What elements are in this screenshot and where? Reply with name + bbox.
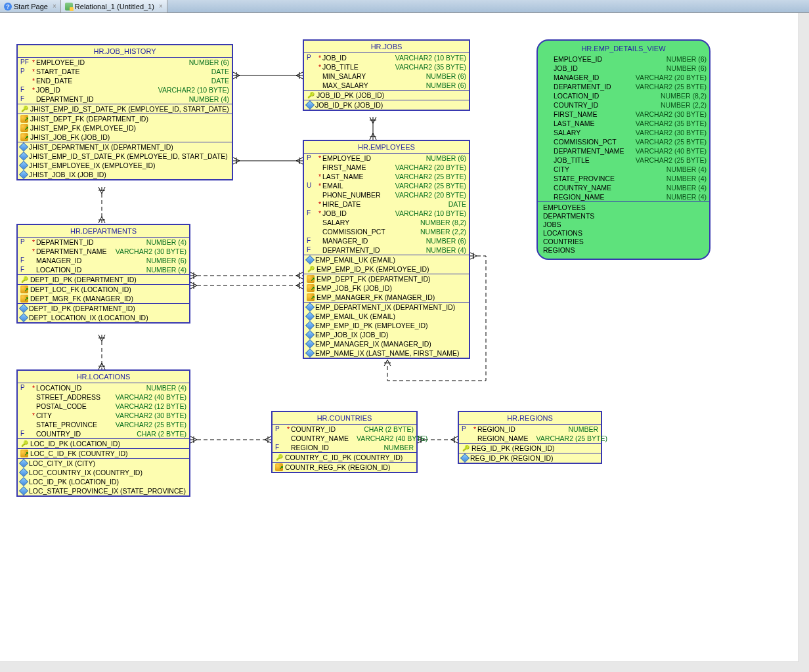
constraint-row[interactable]: JHIST_EMP_ID_ST_DATE_PK (EMPLOYEE_ID, ST… [18,152,232,161]
column-row[interactable]: FREGION_IDNUMBER [273,443,416,452]
constraint-row[interactable]: JHIST_DEPT_FK (DEPARTMENT_ID) [18,114,232,123]
column-row[interactable]: COUNTRY_NAMENUMBER (4) [538,183,709,192]
constraint-row[interactable]: LOC_C_ID_FK (COUNTRY_ID) [18,449,189,458]
column-row[interactable]: P*REGION_IDNUMBER [459,425,601,434]
constraint-row[interactable]: EMP_NAME_IX (LAST_NAME, FIRST_NAME) [304,348,469,358]
tab-relational[interactable]: Relational_1 (Untitled_1) × [61,0,167,12]
column-row[interactable]: *END_DATEDATE [18,76,232,85]
column-row[interactable]: P*DEPARTMENT_IDNUMBER (4) [18,238,189,247]
constraint-row[interactable]: LOC_STATE_PROVINCE_IX (STATE_PROVINCE) [18,486,189,495]
constraint-row[interactable]: DEPT_LOC_FK (LOCATION_ID) [18,285,189,294]
constraint-row[interactable]: LOC_ID_PK (LOCATION_ID) [18,439,189,448]
constraint-row[interactable]: DEPT_ID_PK (DEPARTMENT_ID) [18,304,189,313]
column-row[interactable]: F*JOB_IDVARCHAR2 (10 BYTE) [304,209,469,218]
column-row[interactable]: P*COUNTRY_IDCHAR (2 BYTE) [273,425,416,434]
diagram-canvas[interactable]: HR.JOB_HISTORYPF*EMPLOYEE_IDNUMBER (6)P*… [0,13,798,662]
constraint-row[interactable]: EMP_DEPT_FK (DEPARTMENT_ID) [304,274,469,284]
column-row[interactable]: P*START_DATEDATE [18,67,232,76]
column-row[interactable]: *DEPARTMENT_NAMEVARCHAR2 (30 BYTE) [18,247,189,256]
constraint-row[interactable]: EMP_JOB_FK (JOB_ID) [304,284,469,293]
column-row[interactable]: P*EMPLOYEE_IDNUMBER (6) [304,154,469,163]
constraint-row[interactable]: REG_ID_PK (REGION_ID) [459,453,601,463]
column-row[interactable]: STATE_PROVINCEVARCHAR2 (25 BYTE) [18,420,189,429]
entity-jobs[interactable]: HR.JOBSP*JOB_IDVARCHAR2 (10 BYTE)*JOB_TI… [303,39,470,111]
horizontal-scrollbar[interactable] [0,662,798,672]
column-row[interactable]: COUNTRY_NAMEVARCHAR2 (40 BYTE) [273,434,416,443]
column-row[interactable]: F*JOB_IDVARCHAR2 (10 BYTE) [18,85,232,94]
close-icon[interactable]: × [159,3,163,10]
column-row[interactable]: REGION_NAMENUMBER (4) [538,192,709,201]
column-row[interactable]: PF*EMPLOYEE_IDNUMBER (6) [18,58,232,67]
column-row[interactable]: REGION_NAMEVARCHAR2 (25 BYTE) [459,434,601,443]
tab-start-page[interactable]: ? Start Page × [0,0,61,12]
column-row[interactable]: FLOCATION_IDNUMBER (4) [18,265,189,274]
column-row[interactable]: COUNTRY_IDNUMBER (2,2) [538,100,709,110]
constraint-row[interactable]: DEPT_ID_PK (DEPARTMENT_ID) [18,275,189,284]
column-row[interactable]: LOCATION_IDNUMBER (8,2) [538,91,709,100]
column-row[interactable]: EMPLOYEE_IDNUMBER (6) [538,54,709,64]
column-row[interactable]: P*JOB_IDVARCHAR2 (10 BYTE) [304,53,469,62]
entity-job-history[interactable]: HR.JOB_HISTORYPF*EMPLOYEE_IDNUMBER (6)P*… [16,44,233,180]
constraint-row[interactable]: REG_ID_PK (REGION_ID) [459,444,601,453]
column-row[interactable]: SALARYVARCHAR2 (30 BYTE) [538,128,709,137]
column-row[interactable]: POSTAL_CODEVARCHAR2 (12 BYTE) [18,402,189,411]
entity-emp-details-view[interactable]: HR.EMP_DETAILS_VIEWEMPLOYEE_IDNUMBER (6)… [536,39,711,260]
column-row[interactable]: FDEPARTMENT_IDNUMBER (4) [18,94,232,104]
constraint-row[interactable]: JOB_ID_PK (JOB_ID) [304,91,469,100]
constraint-row[interactable]: JHIST_EMPLOYEE_IX (EMPLOYEE_ID) [18,161,232,170]
column-row[interactable]: DEPARTMENT_NAMEVARCHAR2 (40 BYTE) [538,146,709,156]
constraint-row[interactable]: EMP_EMP_ID_PK (EMPLOYEE_ID) [304,264,469,274]
constraint-row[interactable]: EMP_MANAGER_FK (MANAGER_ID) [304,293,469,302]
column-row[interactable]: *CITYVARCHAR2 (30 BYTE) [18,411,189,420]
constraint-row[interactable]: EMP_EMP_ID_PK (EMPLOYEE_ID) [304,321,469,330]
constraint-row[interactable]: DEPT_MGR_FK (MANAGER_ID) [18,294,189,303]
constraint-row[interactable]: EMP_DEPARTMENT_IX (DEPARTMENT_ID) [304,303,469,312]
constraint-row[interactable]: EMP_EMAIL_UK (EMAIL) [304,255,469,264]
column-row[interactable]: JOB_TITLEVARCHAR2 (25 BYTE) [538,156,709,165]
constraint-row[interactable]: JHIST_DEPARTMENT_IX (DEPARTMENT_ID) [18,142,232,152]
constraint-row[interactable]: EMP_MANAGER_IX (MANAGER_ID) [304,339,469,348]
column-row[interactable]: FCOUNTRY_IDCHAR (2 BYTE) [18,429,189,438]
column-row[interactable]: STATE_PROVINCENUMBER (4) [538,174,709,183]
column-row[interactable]: FMANAGER_IDNUMBER (6) [304,236,469,245]
column-row[interactable]: LAST_NAMEVARCHAR2 (35 BYTE) [538,119,709,128]
column-row[interactable]: P*LOCATION_IDNUMBER (4) [18,383,189,392]
column-row[interactable]: FIRST_NAMEVARCHAR2 (20 BYTE) [304,163,469,172]
entity-departments[interactable]: HR.DEPARTMENTSP*DEPARTMENT_IDNUMBER (4)*… [16,224,190,324]
column-row[interactable]: FMANAGER_IDNUMBER (6) [18,256,189,265]
constraint-row[interactable]: DEPT_LOCATION_IX (LOCATION_ID) [18,313,189,322]
column-row[interactable]: SALARYNUMBER (8,2) [304,218,469,227]
constraint-row[interactable]: COUNTRY_C_ID_PK (COUNTRY_ID) [273,453,416,462]
constraint-row[interactable]: LOC_COUNTRY_IX (COUNTRY_ID) [18,468,189,477]
column-row[interactable]: DEPARTMENT_IDVARCHAR2 (25 BYTE) [538,82,709,91]
constraint-row[interactable]: JOB_ID_PK (JOB_ID) [304,100,469,110]
entity-employees[interactable]: HR.EMPLOYEESP*EMPLOYEE_IDNUMBER (6)FIRST… [303,140,470,359]
constraint-row[interactable]: LOC_CITY_IX (CITY) [18,459,189,468]
column-row[interactable]: COMMISSION_PCTNUMBER (2,2) [304,227,469,236]
constraint-row[interactable]: JHIST_JOB_IX (JOB_ID) [18,170,232,179]
column-row[interactable]: COMMISSION_PCTVARCHAR2 (25 BYTE) [538,137,709,146]
column-row[interactable]: FDEPARTMENT_IDNUMBER (4) [304,245,469,255]
close-icon[interactable]: × [53,3,56,10]
constraint-row[interactable]: EMP_JOB_IX (JOB_ID) [304,330,469,339]
constraint-row[interactable]: COUNTR_REG_FK (REGION_ID) [273,463,416,472]
constraint-row[interactable]: JHIST_JOB_FK (JOB_ID) [18,133,232,142]
entity-regions[interactable]: HR.REGIONSP*REGION_IDNUMBERREGION_NAMEVA… [458,411,602,464]
column-row[interactable]: PHONE_NUMBERVARCHAR2 (20 BYTE) [304,190,469,200]
entity-locations[interactable]: HR.LOCATIONSP*LOCATION_IDNUMBER (4)STREE… [16,369,190,497]
column-row[interactable]: CITYNUMBER (4) [538,165,709,174]
constraint-row[interactable]: JHIST_EMP_FK (EMPLOYEE_ID) [18,123,232,133]
column-row[interactable]: MANAGER_IDVARCHAR2 (20 BYTE) [538,73,709,82]
entity-countries[interactable]: HR.COUNTRIESP*COUNTRY_IDCHAR (2 BYTE)COU… [271,411,418,473]
column-row[interactable]: *HIRE_DATEDATE [304,200,469,209]
constraint-row[interactable]: LOC_ID_PK (LOCATION_ID) [18,477,189,486]
column-row[interactable]: U*EMAILVARCHAR2 (25 BYTE) [304,181,469,190]
column-row[interactable]: *JOB_TITLEVARCHAR2 (35 BYTE) [304,62,469,72]
column-row[interactable]: *LAST_NAMEVARCHAR2 (25 BYTE) [304,172,469,181]
constraint-row[interactable]: JHIST_EMP_ID_ST_DATE_PK (EMPLOYEE_ID, ST… [18,104,232,114]
column-row[interactable]: MIN_SALARYNUMBER (6) [304,72,469,81]
column-row[interactable]: MAX_SALARYNUMBER (6) [304,81,469,90]
column-row[interactable]: STREET_ADDRESSVARCHAR2 (40 BYTE) [18,392,189,402]
column-row[interactable]: JOB_IDNUMBER (6) [538,64,709,73]
column-row[interactable]: FIRST_NAMEVARCHAR2 (30 BYTE) [538,110,709,119]
